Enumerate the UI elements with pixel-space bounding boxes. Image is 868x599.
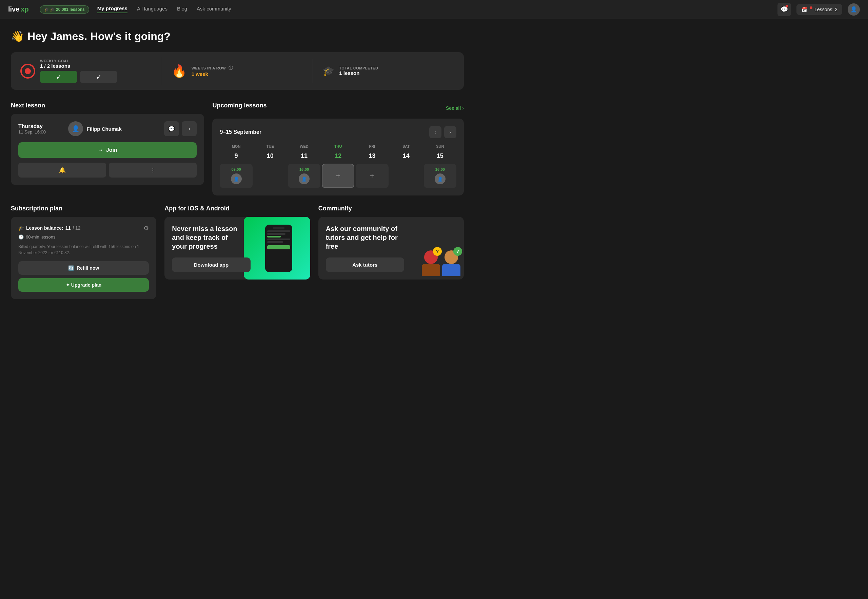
balance-total: / 12 (72, 225, 80, 231)
download-label: Download app (194, 262, 229, 268)
navbar: livexp 🎓 🎓 20,001 lessons My progress Al… (0, 0, 868, 19)
progress-pill-undone: ✓ (80, 71, 117, 83)
lesson-arrow-button[interactable]: › (182, 121, 197, 136)
cal-tutor-sun: 👤 (435, 173, 445, 184)
stats-row: WEEKLY GOAL 1 / 2 lessons ✓ ✓ 🔥 WEEKS IN… (11, 52, 464, 90)
join-icon: → (98, 147, 103, 153)
three-col-section: Subscription plan 🎓 Lesson balance: 11 /… (11, 205, 464, 299)
ask-tutors-button[interactable]: Ask tutors (326, 257, 404, 272)
weekly-goal-value: 1 / 2 lessons (40, 63, 117, 69)
join-button[interactable]: → Join (18, 142, 197, 158)
nav-right: 💬 📅 Lessons: 2 👤 (777, 3, 860, 16)
clock-icon: 🕐 (18, 235, 24, 239)
progress-pill-done: ✓ (40, 71, 77, 83)
lessons-nav-button[interactable]: 📅 Lessons: 2 (797, 4, 842, 15)
lessons-nav-label: Lessons: 2 (810, 7, 838, 12)
next-week-button[interactable]: › (444, 126, 456, 138)
bell-button[interactable]: 🔔 (18, 163, 106, 178)
upgrade-button[interactable]: ✦ Upgrade plan (18, 278, 149, 292)
cal-header-tue: TUE (254, 144, 287, 151)
cal-num-12: 12 (322, 152, 354, 162)
upcoming-calendar-header: 9–15 September ‹ › (220, 126, 456, 138)
lesson-balance: 🎓 Lesson balance: 11 / 12 (18, 225, 81, 231)
char1-body (422, 264, 440, 276)
download-button[interactable]: Download app (172, 257, 250, 272)
tutor-avatar: 👤 (68, 121, 83, 136)
upcoming-title: Upcoming lessons (212, 102, 267, 109)
lessons-badge[interactable]: 🎓 🎓 20,001 lessons (40, 5, 89, 14)
total-completed-stat: 🎓 TOTAL COMPLETED 1 lesson (312, 59, 464, 83)
calendar-grid: MON TUE WED THU FRI SAT SUN 9 10 11 12 1… (220, 144, 456, 188)
nav-ask-community[interactable]: Ask community (197, 6, 231, 13)
cal-slot-wed[interactable]: 16:00 👤 (288, 164, 320, 188)
nav-my-progress[interactable]: My progress (97, 5, 127, 13)
balance-icon: 🎓 (18, 225, 24, 231)
cal-header-fri: FRI (356, 144, 388, 151)
cal-num-13: 13 (356, 152, 388, 162)
cal-plus-thu: + (336, 172, 340, 180)
app-content: Never miss a lesson and keep track of yo… (172, 224, 302, 272)
two-col-section: Next lesson Thursday 11 Sep, 16:00 👤 Fil… (11, 102, 464, 196)
balance-label: Lesson balance: (26, 225, 63, 231)
join-label: Join (106, 147, 117, 153)
cal-header-wed: WED (288, 144, 320, 151)
weeks-in-row-label: WEEKS IN A ROW ⓘ (192, 65, 233, 71)
week-range: 9–15 September (220, 129, 261, 135)
cal-num-11: 11 (288, 152, 320, 162)
next-lesson-card: Thursday 11 Sep, 16:00 👤 Filipp Chumak 💬… (11, 114, 204, 185)
lesson-info-row: Thursday 11 Sep, 16:00 👤 Filipp Chumak 💬… (18, 121, 197, 136)
upcoming-section-header: Upcoming lessons See all › (212, 102, 464, 114)
more-button[interactable]: ⋮ (109, 163, 197, 178)
nav-all-languages[interactable]: All languages (137, 6, 168, 13)
nav-blog[interactable]: Blog (177, 6, 187, 13)
cal-num-9: 9 (220, 152, 252, 162)
community-illustration: ? ✓ (422, 250, 460, 276)
cal-num-14: 14 (390, 152, 423, 162)
main-content: 👋 Hey James. How's it going? WEEKLY GOAL… (0, 19, 475, 313)
prev-week-button[interactable]: ‹ (429, 126, 441, 138)
lesson-date: Thursday 11 Sep, 16:00 (18, 123, 64, 134)
cal-slot-thu[interactable]: + (322, 164, 354, 188)
cal-plus-fri: + (370, 172, 374, 180)
lesson-extra-actions: 🔔 ⋮ (18, 163, 197, 178)
chat-notification-dot (786, 5, 788, 8)
app-section: App for iOS & Android Never miss a lesso… (165, 205, 310, 299)
lesson-type: 🕐 60-min lessons (18, 235, 149, 239)
cal-tutor-mon: 👤 (231, 173, 242, 184)
cal-header-sat: SAT (390, 144, 423, 151)
cal-time-mon: 09:00 (231, 167, 241, 172)
see-all-link[interactable]: See all › (446, 105, 464, 111)
cal-slot-sat (390, 164, 423, 188)
community-headline: Ask our community of tutors and get help… (326, 224, 404, 251)
balance-current: 11 (65, 225, 71, 231)
target-icon (20, 64, 35, 78)
tutor-info: 👤 Filipp Chumak (68, 121, 160, 136)
logo[interactable]: livexp (8, 5, 29, 13)
next-lesson-section: Next lesson Thursday 11 Sep, 16:00 👤 Fil… (11, 102, 204, 196)
community-card: Ask our community of tutors and get help… (319, 217, 464, 280)
lesson-actions: 💬 › (164, 121, 197, 136)
total-completed-label: TOTAL COMPLETED (339, 66, 378, 70)
chat-button[interactable]: 💬 (777, 3, 791, 16)
cal-slot-mon[interactable]: 09:00 👤 (220, 164, 252, 188)
refill-label: Refill now (77, 265, 99, 271)
see-all-arrow: › (462, 105, 464, 111)
refill-button[interactable]: 🔄 Refill now (18, 261, 149, 275)
cal-tutor-wed: 👤 (299, 173, 309, 184)
settings-button[interactable]: ⚙ (143, 224, 149, 232)
cal-num-15: 15 (424, 152, 456, 162)
cal-slot-fri[interactable]: + (356, 164, 388, 188)
graduation-icon: 🎓 (323, 65, 334, 77)
char2-body (442, 264, 460, 276)
lessons-badge-icon: 🎓 (44, 7, 49, 12)
cal-header-thu: THU (322, 144, 354, 151)
subscription-title: Subscription plan (11, 205, 156, 212)
total-completed-value: 1 lesson (339, 70, 378, 76)
lessons-badge-text: 🎓 20,001 lessons (50, 7, 85, 12)
user-avatar[interactable]: 👤 (848, 3, 860, 16)
tutor-name: Filipp Chumak (86, 126, 121, 132)
lesson-chat-button[interactable]: 💬 (164, 121, 179, 136)
weekly-goal-label: WEEKLY GOAL (40, 59, 117, 63)
cal-slot-sun[interactable]: 16:00 👤 (424, 164, 456, 188)
subscription-card: 🎓 Lesson balance: 11 / 12 ⚙ 🕐 60-min les… (11, 217, 156, 299)
